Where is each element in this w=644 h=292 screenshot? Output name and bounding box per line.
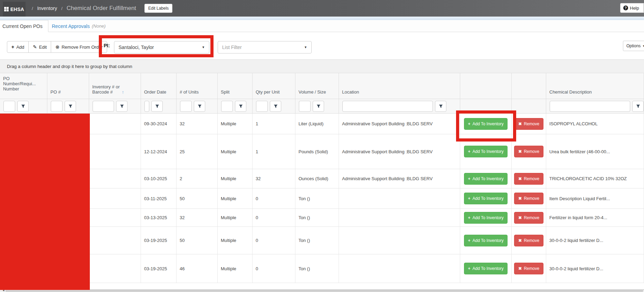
tab-current-open-pos[interactable]: Current Open POs xyxy=(0,20,48,32)
remove-label: Remove xyxy=(524,176,539,181)
filter-cell-order-date xyxy=(141,99,177,113)
column-header-qty-per-unit[interactable]: Qty per Unit xyxy=(253,73,295,99)
help-label: Help xyxy=(630,6,639,11)
toolbar: + Add ✎ Edit ⊗ Remove From Order PI: San… xyxy=(0,32,644,59)
edit-labels-button[interactable]: Edit Labels xyxy=(144,4,172,13)
column-header-inventory-barcode[interactable]: Inventory # or Barcode # ↑ xyxy=(89,73,141,99)
cell-units: 32 xyxy=(177,114,218,134)
column-header-order-date[interactable]: Order Date xyxy=(141,73,177,99)
filter-input-barcode[interactable] xyxy=(93,101,114,112)
filter-button-volume-size[interactable] xyxy=(313,101,324,112)
cell-remove-action: ✖ Remove xyxy=(512,134,546,169)
add-button[interactable]: + Add xyxy=(7,41,29,53)
funnel-icon xyxy=(316,104,321,108)
remove-label: Remove xyxy=(524,266,539,271)
cell-location xyxy=(339,254,460,283)
add-to-inventory-button[interactable]: + Add To Inventory xyxy=(464,173,508,185)
filter-input-split[interactable] xyxy=(221,101,233,112)
filter-input-units[interactable] xyxy=(180,101,192,112)
help-divider xyxy=(643,3,644,12)
filter-cell-volume-size xyxy=(295,99,339,113)
filter-button-barcode[interactable] xyxy=(116,101,127,112)
filter-button-po[interactable] xyxy=(65,101,76,112)
cell-volume-size: Pounds (Solid) xyxy=(295,134,339,169)
table-row[interactable]: 03-19-2025 50 Multiple 0 Ton () + Add To… xyxy=(0,227,644,254)
remove-button[interactable]: ✖ Remove xyxy=(514,193,543,204)
table-row[interactable]: 09-30-2024 32 Multiple 1 Liter (Liquid) … xyxy=(0,114,644,134)
cell-volume-size: Ounces (Solid) xyxy=(295,169,339,188)
add-to-inventory-button[interactable]: + Add To Inventory xyxy=(464,235,508,246)
column-header-units[interactable]: # of Units xyxy=(177,73,218,99)
edit-button[interactable]: ✎ Edit xyxy=(28,41,51,53)
filter-button-order-date[interactable] xyxy=(151,101,163,112)
x-icon: ✖ xyxy=(518,215,522,220)
group-drop-panel[interactable]: Drag a column header and drop it here to… xyxy=(0,59,644,73)
table-row[interactable]: 03-10-2025 2 Multiple 32 Ounces (Solid) … xyxy=(0,169,644,188)
tab-recent-approvals-badge: (None) xyxy=(92,23,106,29)
filter-input-volume-size[interactable] xyxy=(299,101,311,112)
column-header-volume-size[interactable]: Volume / Size xyxy=(295,73,339,99)
remove-button[interactable]: ✖ Remove xyxy=(514,173,543,185)
filter-button-po-number[interactable] xyxy=(17,101,29,112)
breadcrumb-inventory[interactable]: Inventory xyxy=(37,6,57,11)
cell-qty-per-unit: 0 xyxy=(253,227,295,254)
filter-cell-split xyxy=(218,99,253,113)
column-header-split[interactable]: Split xyxy=(218,73,253,99)
add-to-inventory-button[interactable]: + Add To Inventory xyxy=(464,212,508,224)
filter-input-po-number[interactable] xyxy=(3,101,15,112)
remove-button[interactable]: ✖ Remove xyxy=(514,235,543,246)
cell-volume-size: Liter (Liquid) xyxy=(295,114,339,134)
column-header-po[interactable]: PO # xyxy=(47,73,89,99)
cell-location: Administrative Support Building :BLDG SE… xyxy=(339,134,460,169)
funnel-icon xyxy=(21,104,25,108)
cell-qty-per-unit: 0 xyxy=(253,209,295,226)
add-to-inventory-button[interactable]: + Add To Inventory xyxy=(464,193,508,204)
filter-button-chemical-description[interactable] xyxy=(632,101,644,112)
filter-button-location[interactable] xyxy=(435,101,446,112)
page-title: Chemical Order Fulfillment xyxy=(67,5,136,12)
filter-input-qty-per-unit[interactable] xyxy=(256,101,268,112)
pencil-icon: ✎ xyxy=(33,44,37,50)
table-row[interactable]: 03-13-2025 32 Multiple 0 Ton () + Add To… xyxy=(0,209,644,227)
filter-input-chemical-description[interactable] xyxy=(550,101,630,112)
filter-button-split[interactable] xyxy=(235,101,246,112)
edit-button-label: Edit xyxy=(39,45,47,50)
breadcrumb: / Inventory / Chemical Order Fulfillment xyxy=(32,0,136,17)
remove-button[interactable]: ✖ Remove xyxy=(514,118,543,130)
cell-split: Multiple xyxy=(218,114,253,134)
column-header-location[interactable]: Location xyxy=(339,73,460,99)
filter-input-order-date[interactable] xyxy=(144,101,149,112)
orders-grid: Drag a column header and drop it here to… xyxy=(0,59,644,290)
horizontal-scrollbar-thumb[interactable] xyxy=(6,290,643,292)
cell-chemical-description: 30-0-0-2 liquid fertilizer D... xyxy=(546,227,644,254)
funnel-icon xyxy=(198,104,202,108)
column-header-chemical-description[interactable]: Chemical Description xyxy=(546,73,644,99)
tab-recent-approvals[interactable]: Recent Approvals (None) xyxy=(48,20,109,32)
add-to-inventory-button[interactable]: + Add To Inventory xyxy=(464,263,508,274)
filter-input-po[interactable] xyxy=(51,101,63,112)
filter-button-qty-per-unit[interactable] xyxy=(270,101,281,112)
cell-location: Administrative Support Building :BLDG SE… xyxy=(339,114,460,134)
remove-button[interactable]: ✖ Remove xyxy=(514,146,543,157)
filter-input-location[interactable] xyxy=(342,101,433,112)
add-to-inventory-button[interactable]: + Add To Inventory xyxy=(464,146,508,157)
brand-label: EHSA xyxy=(10,7,24,12)
options-button[interactable]: Options ▼ xyxy=(623,41,644,51)
filter-button-units[interactable] xyxy=(194,101,205,112)
horizontal-scrollbar[interactable]: ◄ xyxy=(0,290,644,292)
table-row[interactable]: 03-11-2025 50 Multiple 0 Ton () + Add To… xyxy=(0,188,644,209)
brand-logo[interactable]: EHSA xyxy=(3,2,26,17)
partial-row xyxy=(0,283,644,290)
x-icon: ✖ xyxy=(518,196,522,201)
cell-add-action: + Add To Inventory xyxy=(460,188,512,208)
filter-cell-po-number xyxy=(0,99,47,113)
help-button[interactable]: ? Help xyxy=(621,3,642,12)
list-filter-select[interactable]: List Filter ▼ xyxy=(218,41,312,53)
remove-button[interactable]: ✖ Remove xyxy=(514,212,543,224)
cell-split: Multiple xyxy=(218,209,253,226)
table-row[interactable]: 12-12-2024 25 Multiple 1 Pounds (Solid) … xyxy=(0,134,644,169)
table-row[interactable]: 03-19-2025 46 Multiple 0 Ton () + Add To… xyxy=(0,254,644,283)
remove-button[interactable]: ✖ Remove xyxy=(514,263,543,274)
column-header-po-number-requisition[interactable]: PO Number/Requi... Number xyxy=(0,73,47,99)
chemical-order-fulfillment-page: EHSA / Inventory / Chemical Order Fulfil… xyxy=(0,0,644,292)
